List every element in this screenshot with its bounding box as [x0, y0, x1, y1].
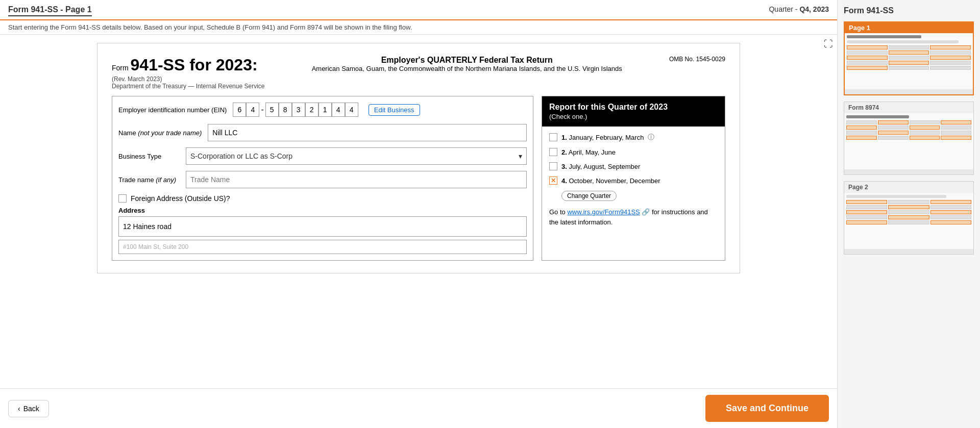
sidebar-card-page1-preview: [845, 33, 973, 94]
name-row: Name (not your trade name): [118, 124, 527, 141]
form-document: Form 941-SS for 2023: (Rev. March 2023) …: [97, 43, 740, 273]
business-type-select[interactable]: S-Corporation or LLC as S-Corp ▾: [186, 147, 527, 165]
ein-digit-8: 4: [332, 103, 345, 117]
irs-link[interactable]: www.irs.gov/Form941SS: [567, 208, 640, 216]
form-scroll-area: ⛶ Form 941-SS for 2023: (Rev. March 2023…: [0, 35, 837, 388]
quarter-option-4: 4. October, November, December: [549, 177, 718, 185]
sidebar-card-8974-label: Form 8974: [844, 102, 973, 113]
ein-digit-4: 8: [279, 103, 292, 117]
form-dept: Department of the Treasury — Internal Re…: [112, 83, 264, 90]
quarter-option-3: 3. July, August, September: [549, 162, 718, 170]
address-label: Address: [118, 207, 527, 214]
trade-name-input[interactable]: [186, 171, 527, 188]
sidebar-card-8974[interactable]: Form 8974: [844, 102, 974, 175]
quarter-value: Q4, 2023: [799, 5, 829, 13]
back-label: Back: [23, 405, 39, 413]
form-main-title: Employer's QUARTERLY Federal Tax Return: [312, 56, 622, 65]
sidebar-card-page2[interactable]: Page 2: [844, 181, 974, 255]
change-quarter-button[interactable]: Change Quarter: [561, 191, 617, 201]
address-input[interactable]: 12 Haines road: [118, 216, 527, 237]
header: Form 941-SS - Page 1 Quarter - Q4, 2023: [0, 0, 837, 20]
page-title: Form 941-SS - Page 1: [8, 5, 92, 16]
back-button[interactable]: ‹ Back: [8, 400, 49, 417]
sidebar-card-page2-preview: [844, 193, 973, 254]
form-body: Employer identification number (EIN) 6 4…: [112, 96, 725, 261]
external-link-icon: 🔗: [640, 208, 650, 216]
form-omb: OMB No. 1545-0029: [669, 56, 725, 63]
quarter-checkbox-3[interactable]: [549, 162, 557, 170]
business-type-label: Business Type: [118, 153, 180, 160]
expand-icon[interactable]: ⛶: [824, 39, 833, 49]
form-sub-title: American Samoa, Guam, the Commonwealth o…: [312, 65, 622, 72]
chevron-down-icon: ▾: [519, 152, 522, 160]
ein-separator: -: [261, 105, 263, 114]
ein-digit-7: 1: [318, 103, 332, 117]
trade-name-row: Trade name (if any): [118, 171, 527, 188]
footer: ‹ Back Save and Continue: [0, 388, 837, 428]
foreign-address-label: Foreign Address (Outside US)?: [131, 194, 230, 203]
quarter-option-2-label: 2. April, May, June: [561, 148, 616, 156]
quarter-option-1-label: 1. January, February, March: [561, 134, 644, 141]
quarter-checkbox-2[interactable]: [549, 148, 557, 156]
subtitle: Start entering the Form 941-SS details b…: [0, 20, 837, 35]
sidebar-card-page2-label: Page 2: [844, 182, 973, 193]
business-type-row: Business Type S-Corporation or LLC as S-…: [118, 147, 527, 165]
irs-link-section: Go to www.irs.gov/Form941SS 🔗 for instru…: [549, 205, 718, 227]
save-continue-button[interactable]: Save and Continue: [705, 395, 829, 422]
info-icon-1[interactable]: ⓘ: [648, 133, 654, 142]
form-right: Report for this Quarter of 2023 (Check o…: [542, 96, 725, 261]
back-arrow-icon: ‹: [18, 405, 20, 413]
ein-digit-3: 5: [265, 103, 279, 117]
main-content: Form 941-SS - Page 1 Quarter - Q4, 2023 …: [0, 0, 837, 428]
ein-digit-1: 6: [233, 103, 246, 117]
form-rev: (Rev. March 2023): [112, 75, 264, 83]
ein-row: Employer identification number (EIN) 6 4…: [118, 103, 527, 117]
form-title-center: Employer's QUARTERLY Federal Tax Return …: [312, 56, 622, 72]
ein-box: 6 4 - 5 8 3 2 1 4 4: [233, 103, 358, 117]
ein-digit-5: 3: [292, 103, 305, 117]
quarter-header-sub: (Check one.): [549, 113, 718, 120]
name-label: Name (not your trade name): [118, 129, 202, 137]
form-number-display: Form 941-SS for 2023:: [112, 56, 264, 74]
foreign-address-row: Foreign Address (Outside US)?: [118, 194, 527, 203]
sidebar-card-8974-preview: [844, 113, 973, 174]
right-sidebar: Form 941-SS Page 1: [837, 0, 980, 428]
quarter-label: Quarter -: [769, 5, 797, 13]
name-input[interactable]: [208, 124, 527, 141]
form-left: Employer identification number (EIN) 6 4…: [112, 96, 533, 261]
address2-placeholder: #100 Main St, Suite 200: [123, 243, 188, 250]
foreign-address-checkbox[interactable]: [118, 194, 127, 203]
sidebar-title: Form 941-SS: [844, 6, 974, 15]
irs-link-text-before: Go to: [549, 208, 567, 216]
quarter-header-title: Report for this Quarter of 2023: [549, 103, 718, 112]
header-left: Form 941-SS - Page 1: [8, 5, 92, 16]
ein-label: Employer identification number (EIN): [118, 106, 227, 114]
quarter-option-4-label: 4. October, November, December: [561, 177, 660, 185]
quarter-option-3-label: 3. July, August, September: [561, 163, 640, 170]
form-header: Form 941-SS for 2023: (Rev. March 2023) …: [112, 56, 725, 90]
quarter-option-1: 1. January, February, March ⓘ: [549, 133, 718, 142]
quarter-header: Report for this Quarter of 2023 (Check o…: [542, 96, 725, 127]
ein-digit-2: 4: [246, 103, 259, 117]
sidebar-card-page1-label: Page 1: [845, 22, 973, 33]
quarter-checkbox-4[interactable]: [549, 177, 557, 185]
address-section: Address 12 Haines road #100 Main St, Sui…: [118, 207, 527, 254]
edit-business-button[interactable]: Edit Business: [369, 104, 420, 116]
ein-digit-9: 4: [345, 103, 358, 117]
quarter-checkbox-1[interactable]: [549, 133, 557, 141]
address-input-2[interactable]: #100 Main St, Suite 200: [118, 240, 527, 254]
quarter-indicator: Quarter - Q4, 2023: [769, 5, 829, 13]
sidebar-card-page1[interactable]: Page 1: [844, 21, 974, 95]
quarter-body: 1. January, February, March ⓘ 2. April, …: [542, 127, 725, 233]
form-title-left: Form 941-SS for 2023: (Rev. March 2023) …: [112, 56, 264, 90]
trade-name-label: Trade name (if any): [118, 176, 180, 184]
quarter-option-2: 2. April, May, June: [549, 148, 718, 156]
ein-digit-6: 2: [305, 103, 318, 117]
